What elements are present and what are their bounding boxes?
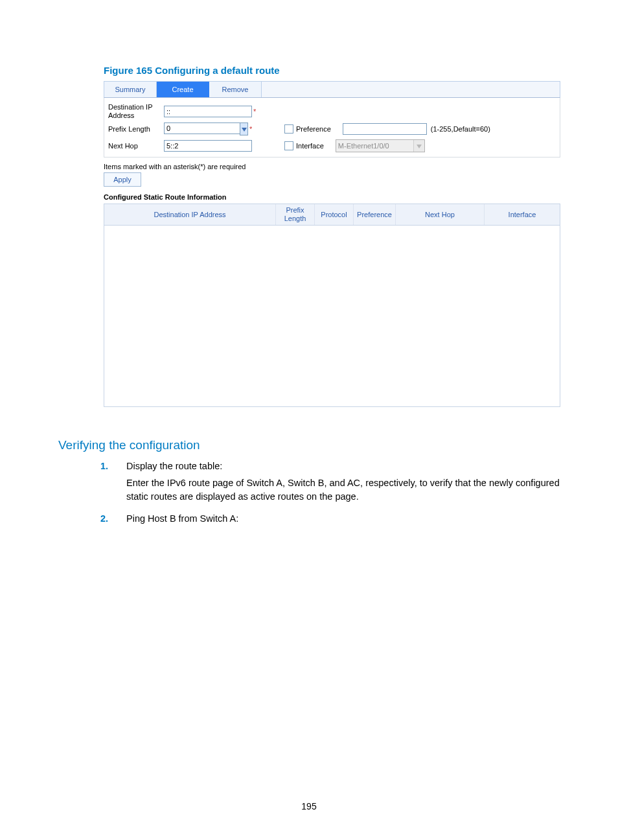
preference-label: Preference bbox=[296, 125, 331, 133]
step-1: 1. Display the route table: Enter the IP… bbox=[100, 460, 560, 507]
step-2: 2. Ping Host B from Switch A: bbox=[100, 512, 560, 529]
dest-ip-label: Destination IP Address bbox=[108, 103, 164, 119]
preference-hint: (1-255,Default=60) bbox=[431, 125, 490, 133]
step-number: 2. bbox=[100, 512, 126, 529]
tab-spacer bbox=[262, 82, 560, 97]
interface-select: M-Ethernet1/0/0 bbox=[336, 139, 425, 152]
verify-steps: 1. Display the route table: Enter the IP… bbox=[100, 460, 560, 534]
col-interface[interactable]: Interface bbox=[485, 204, 560, 225]
nexthop-input[interactable] bbox=[164, 140, 252, 152]
step-2-lead: Ping Host B from Switch A: bbox=[126, 512, 560, 525]
step-1-lead: Display the route table: bbox=[126, 460, 560, 472]
col-prefix-length[interactable]: Prefix Length bbox=[276, 204, 315, 225]
col-next-hop[interactable]: Next Hop bbox=[396, 204, 485, 225]
required-star: * bbox=[249, 125, 252, 133]
static-route-table: Destination IP Address Prefix Length Pro… bbox=[104, 204, 560, 407]
figure-number: Figure 165 bbox=[104, 65, 152, 76]
chevron-down-icon bbox=[417, 142, 422, 150]
prefix-length-dropdown-button[interactable] bbox=[240, 122, 248, 135]
col-preference[interactable]: Preference bbox=[354, 204, 396, 225]
tab-remove[interactable]: Remove bbox=[209, 82, 262, 97]
tab-summary[interactable]: Summary bbox=[104, 82, 157, 97]
prefix-length-input[interactable] bbox=[164, 122, 240, 134]
step-number: 1. bbox=[100, 460, 126, 507]
interface-select-value: M-Ethernet1/0/0 bbox=[338, 142, 389, 150]
prefix-length-label: Prefix Length bbox=[108, 125, 164, 134]
interface-checkbox[interactable] bbox=[284, 141, 293, 150]
table-header-row: Destination IP Address Prefix Length Pro… bbox=[104, 204, 560, 226]
dest-ip-input[interactable] bbox=[164, 106, 252, 117]
nexthop-label: Next Hop bbox=[108, 142, 164, 150]
page-number: 195 bbox=[0, 801, 618, 811]
screenshot-panel: Summary Create Remove Destination IP Add… bbox=[104, 81, 560, 407]
required-note: Items marked with an asterisk(*) are req… bbox=[104, 163, 560, 170]
table-body-empty bbox=[104, 226, 560, 406]
required-star: * bbox=[253, 108, 256, 115]
tab-row: Summary Create Remove bbox=[104, 81, 560, 98]
preference-checkbox[interactable] bbox=[284, 124, 293, 134]
create-form: Destination IP Address * Prefix Length bbox=[104, 98, 560, 158]
interface-label: Interface bbox=[296, 142, 324, 150]
col-protocol[interactable]: Protocol bbox=[315, 204, 354, 225]
interface-dropdown-button bbox=[413, 140, 424, 152]
apply-button[interactable]: Apply bbox=[104, 172, 141, 187]
figure-caption: Figure 165 Configuring a default route bbox=[104, 65, 280, 76]
verify-heading: Verifying the configuration bbox=[58, 438, 200, 452]
col-dest-ip[interactable]: Destination IP Address bbox=[104, 204, 276, 225]
chevron-down-icon bbox=[242, 125, 247, 133]
figure-title: Configuring a default route bbox=[155, 65, 280, 76]
preference-input[interactable] bbox=[343, 123, 427, 135]
tab-create[interactable]: Create bbox=[157, 82, 209, 97]
step-1-para: Enter the IPv6 route page of Switch A, S… bbox=[126, 476, 560, 503]
configured-heading: Configured Static Route Information bbox=[104, 193, 560, 201]
